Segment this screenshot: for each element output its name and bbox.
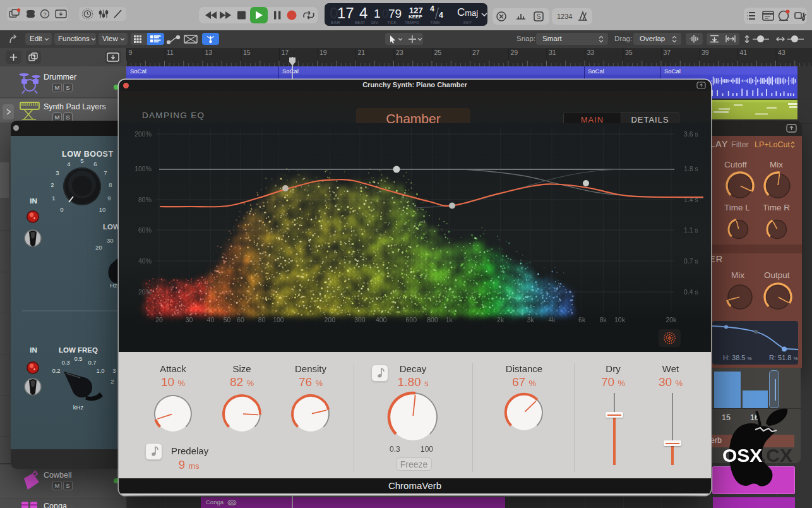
svg-text:21: 21: [358, 49, 366, 56]
svg-text:5: 5: [80, 157, 83, 164]
svg-text:400: 400: [376, 316, 387, 324]
svg-text:35: 35: [625, 49, 633, 56]
svg-text:3.6 s: 3.6 s: [684, 130, 698, 138]
svg-text:0: 0: [60, 206, 63, 213]
svg-text:IN: IN: [30, 346, 37, 354]
svg-text:200: 200: [325, 316, 336, 324]
svg-text:0.7: 0.7: [88, 359, 96, 366]
svg-text:3: 3: [56, 169, 59, 176]
svg-text:600: 600: [406, 316, 417, 324]
svg-text:0.7 s: 0.7 s: [684, 257, 698, 265]
svg-text:2: 2: [110, 378, 114, 385]
svg-text:200%: 200%: [134, 130, 152, 138]
svg-text:0.2: 0.2: [52, 367, 60, 374]
svg-text:1234: 1234: [557, 13, 572, 20]
svg-text:13: 13: [205, 49, 213, 56]
svg-text:30: 30: [186, 316, 193, 324]
svg-text:43: 43: [778, 49, 785, 56]
svg-text:1.1 s: 1.1 s: [684, 226, 698, 234]
svg-text:4: 4: [67, 160, 70, 167]
svg-text:1.0: 1.0: [96, 367, 104, 374]
svg-text:0.4 s: 0.4 s: [684, 288, 698, 296]
svg-text:3: 3: [112, 367, 116, 374]
svg-text:10: 10: [99, 206, 106, 213]
svg-text:0.3: 0.3: [61, 359, 69, 366]
svg-text:9: 9: [107, 195, 110, 202]
svg-text:2: 2: [51, 181, 54, 188]
svg-text:OSX: OSX: [722, 445, 762, 466]
svg-text:20: 20: [95, 244, 102, 251]
svg-text:2k: 2k: [497, 316, 505, 324]
svg-text:29: 29: [511, 49, 518, 56]
svg-text:300: 300: [354, 316, 366, 324]
svg-text:11: 11: [167, 49, 174, 56]
svg-text:60: 60: [237, 316, 244, 324]
svg-text:800: 800: [427, 316, 438, 324]
svg-text:17: 17: [282, 49, 289, 56]
svg-text:kHz: kHz: [73, 404, 84, 411]
svg-text:100%: 100%: [134, 165, 152, 172]
svg-text:6k: 6k: [578, 316, 586, 324]
svg-text:30: 30: [107, 237, 114, 244]
svg-text:37: 37: [664, 49, 671, 56]
svg-text:20%: 20%: [138, 288, 152, 296]
svg-text:40: 40: [207, 316, 215, 324]
svg-text:4k: 4k: [548, 316, 556, 324]
svg-text:1k: 1k: [446, 316, 453, 324]
svg-text:1: 1: [52, 195, 55, 202]
svg-text:9: 9: [129, 49, 133, 56]
svg-text:LOW: LOW: [103, 223, 120, 231]
svg-text:10k: 10k: [614, 316, 626, 324]
svg-text:80: 80: [258, 316, 266, 324]
svg-text:19: 19: [319, 49, 327, 56]
svg-text:?: ?: [43, 11, 46, 18]
svg-text:Hz: Hz: [110, 282, 117, 289]
svg-text:.CX: .CX: [761, 445, 792, 466]
svg-text:23: 23: [396, 49, 403, 56]
svg-text:20: 20: [155, 316, 163, 324]
svg-text:0.5: 0.5: [74, 355, 82, 362]
svg-text:33: 33: [587, 49, 595, 56]
svg-text:40%: 40%: [138, 257, 152, 265]
svg-text:27: 27: [472, 49, 480, 56]
svg-text:39: 39: [702, 49, 709, 56]
svg-text:3k: 3k: [527, 316, 535, 324]
svg-text:LOW FREQ: LOW FREQ: [59, 346, 98, 354]
svg-text:6: 6: [93, 160, 97, 167]
svg-text:1.8 s: 1.8 s: [684, 165, 698, 172]
svg-text:100: 100: [273, 316, 284, 324]
svg-text:41: 41: [740, 49, 748, 56]
svg-text:7: 7: [104, 169, 107, 176]
svg-text:80%: 80%: [138, 196, 152, 203]
svg-text:60%: 60%: [138, 226, 152, 234]
svg-text:IN: IN: [30, 197, 37, 205]
svg-text:8: 8: [109, 181, 112, 188]
svg-text:S: S: [537, 13, 541, 20]
svg-text:8k: 8k: [600, 316, 607, 324]
svg-text:25: 25: [434, 49, 442, 56]
svg-text:15: 15: [243, 49, 251, 56]
svg-text:31: 31: [549, 49, 556, 56]
svg-text:50: 50: [224, 316, 231, 324]
svg-text:20k: 20k: [666, 316, 677, 324]
